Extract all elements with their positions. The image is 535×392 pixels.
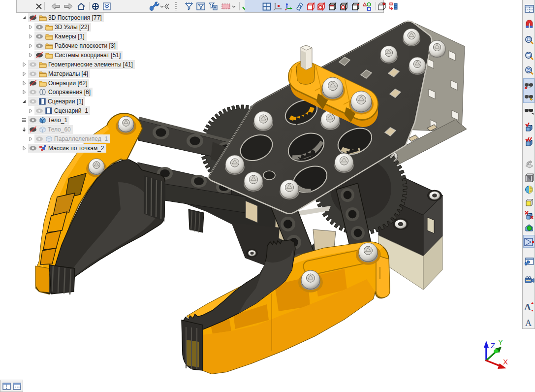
svg-text:Y: Y	[498, 338, 503, 346]
svg-text:X: X	[503, 358, 508, 366]
svg-text:A: A	[524, 302, 531, 312]
svg-text:Z: Z	[491, 341, 495, 350]
svg-text:A: A	[525, 318, 532, 327]
